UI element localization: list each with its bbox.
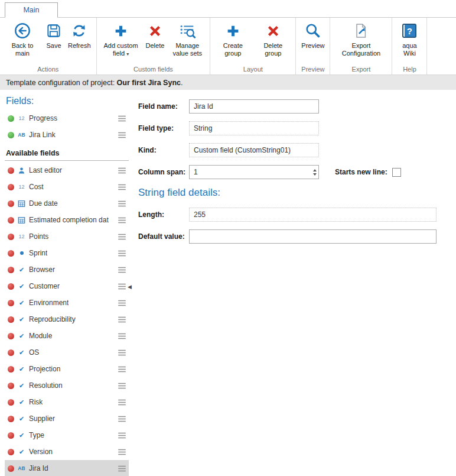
field-item[interactable]: ✔Browser	[5, 261, 129, 278]
check-icon: ✔	[17, 283, 26, 290]
check-icon: ✔	[17, 365, 26, 373]
drag-handle-icon[interactable]	[118, 449, 126, 455]
ribbon-group-custom-fields: Add custom field ▾ Delete Manage value s…	[97, 18, 211, 75]
drag-handle-icon[interactable]	[118, 316, 126, 323]
default-value-input[interactable]	[189, 229, 437, 244]
drag-handle-icon[interactable]	[118, 416, 126, 422]
field-item[interactable]: Estimated completion dat	[5, 212, 129, 228]
save-button[interactable]: Save	[43, 19, 65, 65]
delete-icon	[148, 21, 162, 41]
drag-handle-icon[interactable]	[118, 184, 126, 190]
field-item[interactable]: Due date	[5, 195, 129, 212]
create-group-button[interactable]: Create group	[213, 19, 253, 65]
length-label: Length:	[138, 211, 189, 219]
status-dot-icon	[8, 115, 14, 122]
field-item-label: Module	[29, 332, 52, 340]
manage-value-sets-button[interactable]: Manage value sets	[167, 19, 207, 65]
starts-new-line-checkbox[interactable]	[392, 168, 401, 177]
field-name-input[interactable]	[189, 99, 319, 114]
spinner-up-icon[interactable]	[313, 169, 317, 171]
field-item[interactable]: 12Progress	[5, 110, 129, 127]
delete-group-button[interactable]: Delete group	[253, 19, 293, 65]
field-item[interactable]: 12Points	[5, 228, 129, 245]
drag-handle-icon[interactable]	[118, 200, 126, 207]
drag-handle-icon[interactable]	[118, 465, 126, 472]
field-item-label: Version	[29, 448, 53, 456]
ribbon-group-actions: Back to main Save Refresh Actions	[0, 18, 97, 75]
status-dot-icon	[8, 449, 14, 455]
drag-handle-icon[interactable]	[118, 250, 126, 257]
field-item[interactable]: ✔Reproducibility	[5, 311, 129, 328]
status-dot-icon	[8, 366, 14, 373]
drag-handle-icon[interactable]	[118, 300, 126, 306]
drag-handle-icon[interactable]	[118, 349, 126, 356]
aqua-wiki-button[interactable]: ? aqua Wiki	[395, 19, 424, 65]
drag-handle-icon[interactable]	[118, 217, 126, 224]
delete-icon	[266, 21, 281, 41]
field-item[interactable]: ✔Risk	[5, 394, 129, 410]
length-input[interactable]	[189, 208, 437, 222]
field-item[interactable]: ABJira Link	[5, 127, 129, 143]
field-item[interactable]: Last editor	[5, 162, 129, 179]
status-dot-icon	[8, 465, 14, 472]
field-type-input[interactable]	[189, 121, 319, 135]
field-item[interactable]: ✔Version	[5, 443, 129, 460]
field-item[interactable]: ✔Type	[5, 427, 129, 443]
drag-handle-icon[interactable]	[118, 333, 126, 339]
delete-label: Delete	[146, 42, 165, 50]
ribbon-group-layout: Create group Delete group Layout	[210, 18, 296, 75]
check-icon: ✔	[17, 415, 26, 423]
delete-button[interactable]: Delete	[143, 19, 168, 65]
add-custom-field-label: Add custom field ▾	[102, 42, 140, 57]
column-span-spinner[interactable]	[313, 165, 317, 179]
drag-handle-icon[interactable]	[118, 283, 126, 290]
field-item[interactable]: ✔Resolution	[5, 377, 129, 394]
drag-handle-icon[interactable]	[118, 432, 126, 439]
spinner-down-icon[interactable]	[313, 173, 317, 176]
sidebar-collapse-arrow[interactable]: ◀	[128, 284, 132, 290]
check-icon: ✔	[17, 299, 26, 307]
tab-main[interactable]: Main	[5, 2, 58, 18]
status-dot-icon	[8, 200, 14, 207]
field-editor-panel: Field name: Field type: Kind: Column spa…	[129, 90, 456, 476]
field-item[interactable]: ✔Supplier	[5, 410, 129, 427]
field-item-label: Jira Link	[29, 131, 56, 139]
preview-button[interactable]: Preview	[298, 19, 327, 65]
drag-handle-icon[interactable]	[118, 366, 126, 373]
drag-handle-icon[interactable]	[118, 167, 126, 174]
group-label-help: Help	[392, 65, 426, 75]
field-item[interactable]: ✔OS	[5, 344, 129, 361]
status-dot-icon	[8, 184, 14, 190]
field-item[interactable]: ✔Module	[5, 328, 129, 344]
ribbon-group-help: ? aqua Wiki Help	[392, 18, 427, 75]
drag-handle-icon[interactable]	[118, 383, 126, 389]
field-item[interactable]: ABJira Id	[5, 460, 129, 476]
back-to-main-button[interactable]: Back to main	[2, 19, 43, 65]
manage-value-sets-icon	[178, 21, 196, 41]
drag-handle-icon[interactable]	[118, 267, 126, 273]
field-item-label: Jira Id	[29, 464, 48, 472]
field-item[interactable]: ✔Projection	[5, 361, 129, 377]
field-item[interactable]: 12Cost	[5, 179, 129, 195]
refresh-button[interactable]: Refresh	[65, 19, 94, 65]
kind-input[interactable]	[189, 143, 319, 157]
field-item-label: Resolution	[29, 381, 63, 390]
text-icon: AB	[17, 132, 26, 138]
drag-handle-icon[interactable]	[118, 399, 126, 406]
field-item[interactable]: ✔Customer	[5, 278, 129, 294]
fields-title: Fields:	[6, 96, 129, 106]
field-item[interactable]: Sprint	[5, 245, 129, 261]
drag-handle-icon[interactable]	[118, 115, 126, 122]
status-dot-icon	[8, 399, 14, 406]
header-prefix: Template configuration of project:	[6, 79, 117, 87]
export-configuration-button[interactable]: Export Configuration	[333, 19, 389, 65]
string-field-details-title: String field details:	[138, 187, 447, 199]
column-span-input[interactable]	[189, 165, 319, 179]
add-custom-field-button[interactable]: Add custom field ▾	[99, 19, 143, 65]
drag-handle-icon[interactable]	[118, 234, 126, 240]
field-item[interactable]: ✔Environment	[5, 294, 129, 311]
available-fields-title: Available fields	[5, 144, 129, 161]
calendar-icon	[17, 216, 26, 224]
drag-handle-icon[interactable]	[118, 132, 126, 138]
export-configuration-label: Export Configuration	[336, 42, 386, 57]
